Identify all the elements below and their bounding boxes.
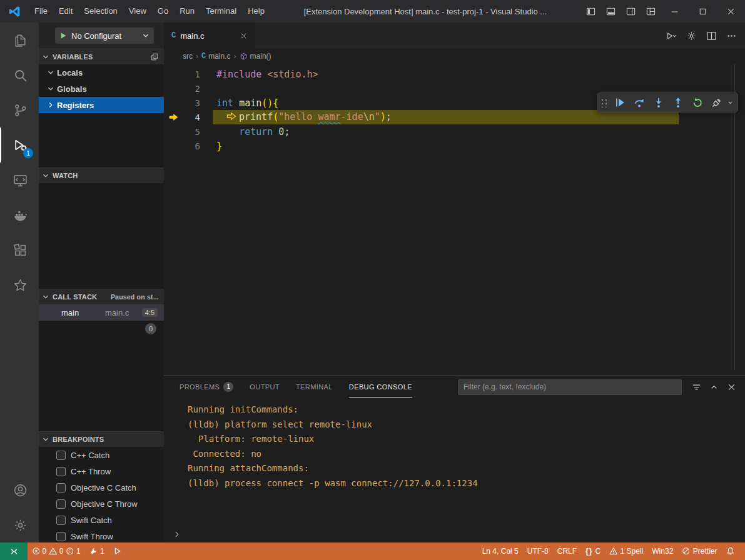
step-out-button[interactable] [669, 94, 687, 111]
toggle-secondary-sidebar-button[interactable] [621, 0, 641, 22]
cursor-position[interactable]: Ln 4, Col 5 [478, 542, 523, 560]
collapse-all-icon[interactable] [150, 52, 159, 61]
breakpoints-section-header[interactable]: BREAKPOINTS [39, 431, 164, 447]
debug-config-dropdown[interactable]: No Configurat [55, 28, 154, 44]
breadcrumb-main[interactable]: main() [240, 52, 271, 61]
code-editor[interactable]: 1#include <stdio.h>23int main(){4printf(… [164, 64, 745, 375]
code-line-6[interactable]: 6} [164, 139, 745, 153]
error-icon [32, 547, 41, 556]
disconnect-button[interactable] [707, 94, 726, 111]
activity-settings[interactable] [0, 508, 39, 542]
maximize-button[interactable] [689, 0, 717, 22]
menu-selection[interactable]: Selection [78, 0, 123, 22]
step-into-button[interactable] [649, 94, 667, 111]
panel-tab-terminal[interactable]: TERMINAL [296, 376, 333, 398]
breakpoint-label: Swift Throw [71, 532, 113, 541]
menu-view[interactable]: View [123, 0, 152, 22]
inline-execution-pointer-icon[interactable] [226, 111, 236, 124]
panel-tab-debug-console[interactable]: DEBUG CONSOLE [349, 376, 412, 398]
toggle-sidebar-button[interactable] [580, 0, 601, 22]
prettier-status[interactable]: Prettier [677, 542, 721, 560]
current-line-arrow-icon[interactable] [164, 112, 183, 122]
debug-console-output[interactable]: Running initCommands:(lldb) platform sel… [164, 398, 745, 526]
breakpoint-checkbox[interactable] [56, 516, 66, 525]
activity-docker[interactable] [0, 198, 39, 232]
settings-gear-button[interactable] [686, 31, 697, 41]
step-over-button[interactable] [630, 94, 648, 111]
problems-status[interactable]: 0 0 1 [28, 542, 85, 560]
activity-run-and-debug[interactable]: 1 [0, 128, 39, 162]
variables-item-registers[interactable]: Registers [39, 97, 164, 113]
chevron-down-icon [41, 292, 50, 301]
breakpoint-objective-c-catch[interactable]: Objective C Catch [39, 479, 164, 496]
variables-section-header[interactable]: VARIABLES [39, 49, 164, 64]
close-panel-button[interactable] [727, 382, 736, 392]
restart-button[interactable] [688, 94, 706, 111]
panel-tab-problems[interactable]: PROBLEMS1 [180, 376, 233, 398]
more-actions-button[interactable] [726, 31, 737, 41]
chevron-down-icon[interactable] [727, 99, 734, 106]
breakpoint-checkbox[interactable] [56, 499, 66, 509]
watch-section-header[interactable]: WATCH [39, 168, 164, 183]
breadcrumb-src[interactable]: src [183, 52, 193, 61]
platform-indicator[interactable]: Win32 [647, 542, 677, 560]
variables-item-locals[interactable]: Locals [39, 64, 164, 81]
customize-layout-button[interactable] [641, 0, 661, 22]
code-line-5[interactable]: 5 return 0; [164, 124, 745, 139]
menu-help[interactable]: Help [242, 0, 270, 22]
maximize-panel-button[interactable] [709, 382, 719, 392]
menu-terminal[interactable]: Terminal [200, 0, 242, 22]
code-line-1[interactable]: 1#include <stdio.h> [164, 67, 745, 81]
activity-explorer[interactable] [0, 22, 39, 58]
eol-indicator[interactable]: CRLF [553, 542, 581, 560]
menu-edit[interactable]: Edit [53, 0, 78, 22]
activity-accounts[interactable] [0, 472, 39, 508]
breakpoint-swift-throw[interactable]: Swift Throw [39, 528, 164, 542]
language-mode[interactable]: {} C [581, 542, 605, 560]
breakpoint-checkbox[interactable] [56, 483, 66, 492]
breakpoint-checkbox[interactable] [56, 451, 66, 460]
encoding-indicator[interactable]: UTF-8 [523, 542, 553, 560]
activity-search[interactable] [0, 58, 39, 92]
toggle-panel-button[interactable] [601, 0, 621, 22]
breakpoint-c-catch[interactable]: C++ Catch [39, 447, 164, 463]
remote-indicator[interactable] [0, 542, 28, 560]
notifications-bell[interactable] [722, 542, 739, 560]
run-or-debug-button[interactable] [666, 31, 677, 41]
breadcrumb-main-c[interactable]: Cmain.c [201, 52, 231, 61]
split-editor-button[interactable] [706, 31, 717, 41]
spell-checker-status[interactable]: 1 Spell [605, 542, 647, 560]
tasks-status[interactable]: 1 [85, 542, 109, 560]
menu-file[interactable]: File [29, 0, 53, 22]
breakpoint-swift-catch[interactable]: Swift Catch [39, 512, 164, 528]
variables-item-globals[interactable]: Globals [39, 81, 164, 97]
breakpoint-c-throw[interactable]: C++ Throw [39, 463, 164, 479]
close-button[interactable] [717, 0, 745, 22]
panel-tab-output[interactable]: OUTPUT [250, 376, 280, 398]
activity-source-control[interactable] [0, 92, 39, 128]
console-output-line: (lldb) process connect -p wasm connect:/… [188, 476, 745, 491]
call-stack-list: main main.c 4:5 0 [39, 304, 164, 431]
close-tab-icon[interactable] [240, 32, 248, 40]
menu-go[interactable]: Go [152, 0, 174, 22]
activity-favorites[interactable] [0, 268, 39, 302]
toolbar-drag-handle[interactable] [600, 98, 607, 108]
activity-remote-explorer[interactable] [0, 162, 39, 198]
breakpoint-checkbox[interactable] [56, 467, 66, 476]
activity-extensions[interactable] [0, 232, 39, 268]
call-stack-section-header[interactable]: CALL STACK Paused on st... [39, 289, 164, 304]
console-filter-input[interactable] [458, 379, 682, 395]
stack-frame-row[interactable]: main main.c 4:5 [39, 304, 164, 321]
tab-main-c[interactable]: C main.c [164, 22, 255, 49]
breakpoint-objective-c-throw[interactable]: Objective C Throw [39, 496, 164, 512]
breakpoint-checkbox[interactable] [56, 532, 66, 541]
breakpoints-list: C++ CatchC++ ThrowObjective C CatchObjec… [39, 447, 164, 542]
continue-button[interactable] [611, 94, 629, 111]
menu-run[interactable]: Run [174, 0, 200, 22]
console-output-actions-icon[interactable] [692, 382, 701, 392]
minimize-button[interactable] [661, 0, 689, 22]
start-debugging-icon[interactable] [59, 31, 68, 40]
debug-console-input[interactable] [164, 526, 745, 542]
debug-quick-launch[interactable] [109, 542, 126, 560]
code-text: int main(){ [200, 98, 278, 109]
